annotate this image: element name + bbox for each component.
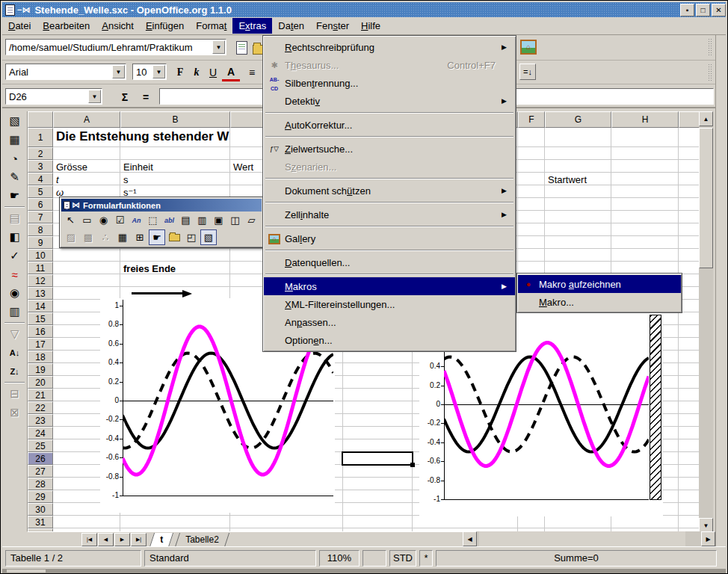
- row-header-19[interactable]: 19: [28, 363, 53, 376]
- row-header-20[interactable]: 20: [28, 376, 53, 389]
- sort-toolbar-button[interactable]: =↓: [519, 64, 536, 80]
- menu-item-zielwertsuche[interactable]: ƒ▽Zielwertsuche...: [264, 140, 515, 158]
- show-draw-functions-icon[interactable]: ✎: [4, 168, 25, 186]
- row-header-23[interactable]: 23: [28, 414, 53, 427]
- list-box-icon[interactable]: ▤: [178, 212, 194, 228]
- scroll-left-icon[interactable]: ◀: [463, 531, 477, 546]
- row-header-7[interactable]: 7: [28, 211, 53, 223]
- more-controls-icon[interactable]: ⊞: [132, 229, 148, 245]
- row-header-22[interactable]: 22: [28, 401, 53, 414]
- status-zoom[interactable]: 110%: [319, 550, 360, 567]
- column-header-B[interactable]: B: [120, 111, 230, 128]
- sum-button[interactable]: Σ: [116, 88, 134, 106]
- sort-ascending-icon[interactable]: A↓: [4, 344, 25, 362]
- insert-icon[interactable]: ▧: [4, 112, 25, 130]
- scroll-right-icon[interactable]: ▶: [701, 531, 715, 546]
- label-field-icon[interactable]: An: [129, 212, 144, 228]
- column-header-A[interactable]: A: [53, 111, 120, 128]
- form-folder-icon[interactable]: [166, 229, 182, 245]
- vertical-scrollbar[interactable]: ▲ ▼: [699, 111, 713, 533]
- row-header-16[interactable]: 16: [28, 325, 53, 338]
- group-box-icon[interactable]: ⬚: [145, 212, 161, 228]
- menubar-item-extras[interactable]: Extras: [232, 18, 272, 34]
- url-combo[interactable]: /home/samuel/Studium/Lehramt/Praktikum ▼: [5, 39, 226, 55]
- menu-item-szenarien[interactable]: Szenarien...: [264, 158, 515, 176]
- fill-handle[interactable]: [410, 463, 415, 467]
- status-selection-mode[interactable]: STD: [389, 550, 416, 567]
- horizontal-scroll-thumb[interactable]: [479, 531, 685, 546]
- font-size-dropdown-icon[interactable]: ▼: [152, 65, 165, 78]
- menu-item-optionen[interactable]: Optionen...: [264, 331, 515, 349]
- menu-item-detektiv[interactable]: Detektiv▶: [264, 92, 515, 110]
- menu-item-zellinhalte[interactable]: Zellinhalte▶: [264, 206, 515, 223]
- horizontal-scrollbar[interactable]: ◀ ▶: [463, 531, 715, 546]
- row-header-21[interactable]: 21: [28, 389, 53, 401]
- row-header-10[interactable]: 10: [28, 249, 53, 262]
- menubar-item-datei[interactable]: Datei: [2, 18, 37, 34]
- row-header-14[interactable]: 14: [28, 300, 53, 312]
- submenu-item-makro-aufzeichnen[interactable]: ●Makro aufzeichnen: [518, 275, 681, 293]
- row-header-28[interactable]: 28: [28, 478, 53, 490]
- image-button-icon[interactable]: ▣: [211, 212, 226, 228]
- menu-item-makros[interactable]: Makros▶: [264, 277, 515, 295]
- row-header-29[interactable]: 29: [28, 490, 53, 503]
- row-header-15[interactable]: 15: [28, 312, 53, 325]
- font-color-button[interactable]: A: [222, 64, 240, 81]
- control-properties-icon[interactable]: ◰: [183, 229, 200, 245]
- menubar-item-format[interactable]: Format: [190, 18, 232, 34]
- sheet-tab-active[interactable]: t: [149, 533, 173, 547]
- form-toolbar-titlebar[interactable]: ⋈ Formularfunktionen: [61, 199, 262, 212]
- status-insert-mode[interactable]: [363, 550, 386, 567]
- scroll-down-icon[interactable]: ▼: [699, 518, 713, 533]
- push-button-icon[interactable]: ▭: [79, 212, 95, 228]
- menu-item-rechtschreibprüfung[interactable]: Rechtschreibprüfung▶: [264, 38, 515, 56]
- row-header-8[interactable]: 8: [28, 223, 53, 236]
- combo-box-icon[interactable]: ▥: [194, 212, 210, 228]
- column-header-G[interactable]: G: [545, 111, 611, 128]
- row-header-3[interactable]: 3: [28, 160, 53, 173]
- title-bar[interactable]: −⋈ Stehende_Welle.sxc - OpenOffice.org 1…: [2, 2, 726, 17]
- row-header-26[interactable]: 26: [28, 452, 53, 465]
- image-control-icon[interactable]: ◫: [227, 212, 243, 228]
- design-mode-icon[interactable]: ▧: [200, 229, 217, 245]
- column-header-F[interactable]: F: [518, 111, 545, 128]
- status-page-style[interactable]: Standard: [144, 550, 316, 567]
- minimize-button[interactable]: ▪: [680, 4, 694, 16]
- row-header-27[interactable]: 27: [28, 465, 53, 478]
- cell-cursor-D26[interactable]: [342, 451, 413, 466]
- push-mode-icon[interactable]: ☛: [149, 229, 165, 245]
- url-dropdown-icon[interactable]: ▼: [212, 40, 225, 54]
- menubar-item-daten[interactable]: Daten: [272, 18, 310, 34]
- menubar-item-ansicht[interactable]: Ansicht: [96, 18, 140, 34]
- sheet-tab-tabelle2[interactable]: Tabelle2: [175, 533, 229, 547]
- menubar-item-fenster[interactable]: Fenster: [310, 18, 355, 34]
- select-all-corner[interactable]: [28, 111, 53, 128]
- vertical-scroll-thumb[interactable]: [699, 128, 713, 268]
- menu-item-autokorrektur[interactable]: AutoKorrektur...: [264, 116, 515, 134]
- row-header-24[interactable]: 24: [28, 427, 53, 439]
- form-functions-icon[interactable]: ☛: [4, 187, 25, 205]
- find-replace-icon[interactable]: ◉: [4, 284, 25, 302]
- font-name-dropdown-icon[interactable]: ▼: [112, 65, 125, 78]
- column-header-partial[interactable]: [679, 111, 700, 128]
- last-sheet-icon[interactable]: ▶|: [131, 533, 146, 546]
- font-size-combo[interactable]: 10 ▼: [132, 64, 167, 80]
- maximize-button[interactable]: □: [696, 4, 710, 16]
- row-header-2[interactable]: 2: [28, 147, 53, 160]
- menu-item-datenquellen[interactable]: Datenquellen...: [264, 253, 515, 271]
- form-functions-toolbar-window[interactable]: ⋈ Formularfunktionen ↖▭◉☑An⬚abl▤▥▣◫▱ ▨▩∴…: [59, 197, 264, 248]
- row-header-25[interactable]: 25: [28, 439, 53, 452]
- file-selection-icon[interactable]: ▱: [244, 212, 259, 228]
- cell-reference-dropdown-icon[interactable]: ▼: [88, 90, 101, 103]
- menu-item-anpassen[interactable]: Anpassen...: [264, 313, 515, 331]
- toolbar-grip[interactable]: [708, 64, 712, 81]
- auto-spellcheck-icon[interactable]: ≈: [4, 265, 25, 283]
- italic-button[interactable]: k: [188, 64, 206, 81]
- sort-descending-icon[interactable]: Z↓: [4, 362, 25, 380]
- spellcheck-icon[interactable]: ✓: [4, 247, 25, 265]
- column-header-H[interactable]: H: [611, 111, 679, 128]
- align-left-button[interactable]: ≡: [243, 64, 261, 81]
- prev-sheet-icon[interactable]: ◀: [98, 533, 114, 546]
- check-box-icon[interactable]: ☑: [112, 212, 128, 228]
- scroll-up-icon[interactable]: ▲: [699, 111, 713, 126]
